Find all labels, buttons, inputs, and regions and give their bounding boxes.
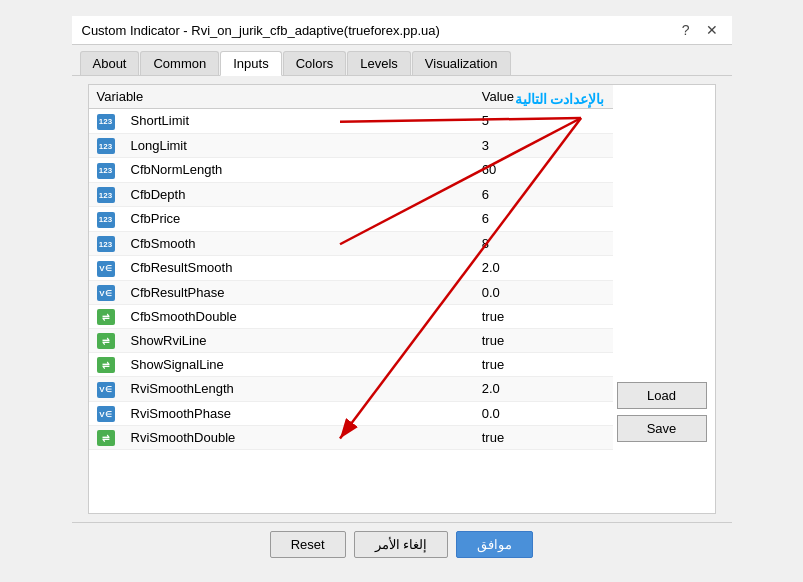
row-value[interactable]: 5 [474, 109, 613, 134]
row-icon: ⇌ [89, 353, 123, 377]
row-icon: 123 [89, 133, 123, 158]
icon-integer: 123 [97, 138, 115, 154]
row-icon: V∈ [89, 377, 123, 402]
row-value[interactable]: 8 [474, 231, 613, 256]
col-header-value: Value [474, 85, 613, 109]
window: Custom Indicator - Rvi_on_jurik_cfb_adap… [72, 16, 732, 566]
table-row[interactable]: 123 ShortLimit 5 [89, 109, 613, 134]
title-bar: Custom Indicator - Rvi_on_jurik_cfb_adap… [72, 16, 732, 45]
row-variable-name: CfbDepth [123, 182, 474, 207]
table-row[interactable]: 123 CfbPrice 6 [89, 207, 613, 232]
row-icon: V∈ [89, 256, 123, 281]
title-controls: ? ✕ [678, 22, 722, 38]
icon-integer: 123 [97, 187, 115, 203]
icon-double: V∈ [97, 285, 115, 301]
table-row[interactable]: 123 CfbSmooth 8 [89, 231, 613, 256]
row-value[interactable]: 2.0 [474, 377, 613, 402]
table-row[interactable]: 123 LongLimit 3 [89, 133, 613, 158]
content-area: بالإعدادت التالية Variable Value [88, 84, 716, 514]
icon-integer: 123 [97, 114, 115, 130]
row-icon: 123 [89, 109, 123, 134]
row-variable-name: ShowRviLine [123, 329, 474, 353]
row-value[interactable]: 0.0 [474, 401, 613, 426]
icon-boolean: ⇌ [97, 357, 115, 373]
icon-double: V∈ [97, 261, 115, 277]
icon-integer: 123 [97, 212, 115, 228]
row-icon: V∈ [89, 401, 123, 426]
row-value[interactable]: true [474, 353, 613, 377]
side-buttons: Load Save [613, 85, 715, 450]
icon-boolean: ⇌ [97, 333, 115, 349]
row-variable-name: CfbSmoothDouble [123, 305, 474, 329]
row-variable-name: CfbSmooth [123, 231, 474, 256]
row-icon: 123 [89, 158, 123, 183]
tab-inputs[interactable]: Inputs [220, 51, 281, 76]
icon-double: V∈ [97, 406, 115, 422]
icon-double: V∈ [97, 382, 115, 398]
tab-about[interactable]: About [80, 51, 140, 75]
row-icon: ⇌ [89, 329, 123, 353]
tab-bar: AboutCommonInputsColorsLevelsVisualizati… [72, 45, 732, 76]
row-variable-name: CfbResultPhase [123, 280, 474, 305]
icon-integer: 123 [97, 163, 115, 179]
row-value[interactable]: true [474, 305, 613, 329]
cancel-button[interactable]: إلغاء الأمر [354, 531, 449, 558]
tab-levels[interactable]: Levels [347, 51, 411, 75]
row-variable-name: ShowSignalLine [123, 353, 474, 377]
row-icon: ⇌ [89, 426, 123, 450]
footer: Reset إلغاء الأمر موافق [72, 522, 732, 566]
table-row[interactable]: ⇌ CfbSmoothDouble true [89, 305, 613, 329]
close-button[interactable]: ✕ [702, 22, 722, 38]
tab-colors[interactable]: Colors [283, 51, 347, 75]
reset-button[interactable]: Reset [270, 531, 346, 558]
ok-button[interactable]: موافق [456, 531, 533, 558]
row-value[interactable]: 60 [474, 158, 613, 183]
row-value[interactable]: 6 [474, 207, 613, 232]
table-row[interactable]: V∈ CfbResultPhase 0.0 [89, 280, 613, 305]
row-value[interactable]: 0.0 [474, 280, 613, 305]
row-variable-name: ShortLimit [123, 109, 474, 134]
icon-boolean: ⇌ [97, 430, 115, 446]
table-row[interactable]: ⇌ RviSmoothDouble true [89, 426, 613, 450]
table-row[interactable]: V∈ RviSmoothPhase 0.0 [89, 401, 613, 426]
table-wrapper: بالإعدادت التالية Variable Value [89, 85, 613, 450]
table-row[interactable]: V∈ RviSmoothLength 2.0 [89, 377, 613, 402]
save-button[interactable]: Save [617, 415, 707, 442]
icon-boolean: ⇌ [97, 309, 115, 325]
help-button[interactable]: ? [678, 22, 694, 38]
table-row[interactable]: V∈ CfbResultSmooth 2.0 [89, 256, 613, 281]
load-button[interactable]: Load [617, 382, 707, 409]
variables-table: Variable Value 123 ShortLimit 5 123 Long… [89, 85, 613, 450]
table-row[interactable]: ⇌ ShowSignalLine true [89, 353, 613, 377]
row-value[interactable]: 3 [474, 133, 613, 158]
table-row[interactable]: ⇌ ShowRviLine true [89, 329, 613, 353]
row-value[interactable]: true [474, 329, 613, 353]
icon-integer: 123 [97, 236, 115, 252]
row-variable-name: LongLimit [123, 133, 474, 158]
tab-common[interactable]: Common [140, 51, 219, 75]
col-header-variable: Variable [89, 85, 474, 109]
row-icon: 123 [89, 207, 123, 232]
table-row[interactable]: 123 CfbNormLength 60 [89, 158, 613, 183]
row-icon: V∈ [89, 280, 123, 305]
table-row[interactable]: 123 CfbDepth 6 [89, 182, 613, 207]
tab-visualization[interactable]: Visualization [412, 51, 511, 75]
row-variable-name: CfbResultSmooth [123, 256, 474, 281]
row-value[interactable]: 2.0 [474, 256, 613, 281]
row-variable-name: CfbNormLength [123, 158, 474, 183]
row-value[interactable]: 6 [474, 182, 613, 207]
row-variable-name: CfbPrice [123, 207, 474, 232]
row-icon: 123 [89, 182, 123, 207]
table-container[interactable]: Variable Value 123 ShortLimit 5 123 Long… [89, 85, 613, 450]
row-variable-name: RviSmoothPhase [123, 401, 474, 426]
row-variable-name: RviSmoothLength [123, 377, 474, 402]
window-title: Custom Indicator - Rvi_on_jurik_cfb_adap… [82, 23, 440, 38]
row-value[interactable]: true [474, 426, 613, 450]
row-variable-name: RviSmoothDouble [123, 426, 474, 450]
row-icon: ⇌ [89, 305, 123, 329]
row-icon: 123 [89, 231, 123, 256]
